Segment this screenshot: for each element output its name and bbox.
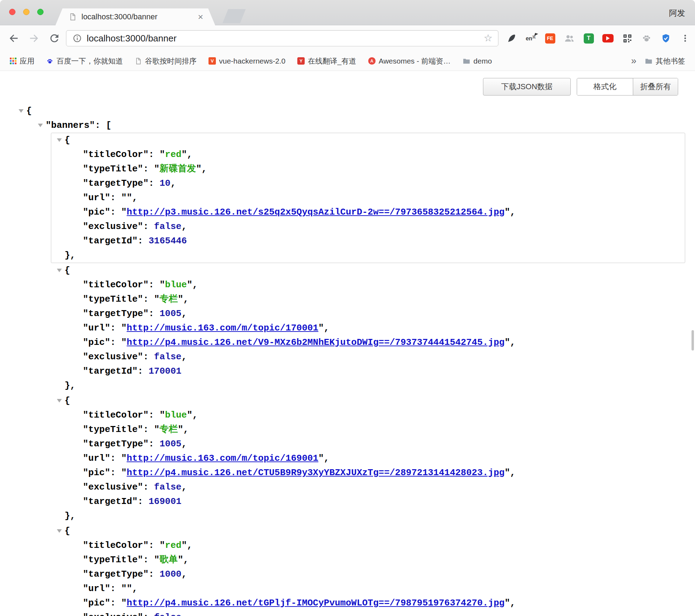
bookmark-vue-hackernews[interactable]: V vue-hackernews-2.0 (208, 57, 285, 65)
profile-name[interactable]: 阿发 (669, 8, 685, 19)
bookmarks-bar: 应用 百度一下，你就知道 谷歌按时间排序 V vue-hackernews-2.… (0, 51, 695, 71)
json-number-value: 1005 (159, 308, 181, 319)
collapse-triangle-icon[interactable] (57, 529, 62, 533)
back-button[interactable] (8, 32, 20, 44)
apps-grid-icon (10, 58, 16, 64)
quill-extension-icon[interactable] (506, 33, 517, 44)
json-key: "targetId" (83, 236, 138, 246)
window-minimize-button[interactable] (23, 9, 29, 15)
json-punctuation: : (110, 192, 121, 203)
json-link-value[interactable]: http://p4.music.126.net/V9-MXz6b2MNhEKju… (127, 337, 505, 348)
tab-strip: localhost:3000/banner × 阿发 (0, 0, 695, 25)
new-tab-button[interactable] (223, 9, 246, 23)
json-punctuation: ", (187, 280, 198, 290)
json-string-value: red (165, 540, 181, 551)
json-punctuation: " (121, 453, 127, 464)
json-punctuation: : (148, 439, 159, 449)
page-info-icon[interactable] (73, 34, 82, 43)
collapse-triangle-icon[interactable] (57, 399, 62, 402)
json-link-value[interactable]: http://music.163.com/m/topic/169001 (127, 453, 318, 464)
json-key: "exclusive" (83, 352, 143, 362)
browser-tab[interactable]: localhost:3000/banner × (55, 8, 215, 25)
pen-icon (534, 33, 538, 37)
json-key: "targetId" (83, 366, 138, 376)
bookmark-apps[interactable]: 应用 (10, 56, 34, 66)
json-punctuation: " (159, 410, 165, 420)
forward-button[interactable] (28, 32, 40, 44)
window-maximize-button[interactable] (37, 9, 44, 15)
json-link-value[interactable]: http://p4.music.126.net/CTU5B9R9y3XyYBZX… (127, 467, 505, 478)
json-number-value: false (154, 482, 181, 492)
json-line: "targetId": 170001 (51, 364, 685, 379)
json-punctuation: : (148, 149, 159, 160)
other-bookmarks-folder[interactable]: 其他书签 (645, 56, 685, 66)
json-key: "typeTitle" (83, 294, 143, 304)
collapse-all-button[interactable]: 折叠所有 (633, 78, 678, 95)
json-key: "targetType" (83, 569, 148, 579)
json-line: "url": "http://music.163.com/m/topic/170… (51, 321, 685, 335)
json-key: "typeTitle" (83, 424, 143, 435)
json-line: { (51, 524, 685, 538)
json-line: "titleColor": "red", (51, 148, 685, 162)
json-line: { (14, 104, 685, 118)
scrollbar-thumb[interactable] (691, 330, 694, 350)
collapse-triangle-icon[interactable] (57, 269, 62, 272)
json-number-value: 169001 (148, 496, 181, 507)
bookmark-youdao[interactable]: Y 在线翻译_有道 (297, 56, 356, 66)
json-link-value[interactable]: http://p3.music.126.net/s25q2x5QyqsAzilC… (127, 207, 505, 217)
folder-icon (645, 57, 653, 65)
people-extension-icon[interactable] (564, 33, 575, 44)
json-line: "typeTitle": "新碟首发", (51, 162, 685, 176)
youtube-extension-icon[interactable] (602, 33, 614, 44)
json-punctuation: { (65, 135, 70, 145)
json-punctuation: ", (181, 540, 192, 551)
bookmark-star-icon[interactable]: ☆ (484, 33, 492, 43)
fe-extension-icon[interactable]: FE (544, 33, 556, 44)
json-punctuation: { (65, 526, 70, 536)
dictionary-extension-icon[interactable]: en英 (525, 33, 536, 44)
bookmark-baidu[interactable]: 百度一下，你就知道 (46, 56, 123, 66)
play-icon (606, 36, 610, 40)
bookmark-awesomes[interactable]: A Awesomes - 前端资… (368, 56, 451, 66)
download-json-button[interactable]: 下载JSON数据 (483, 78, 571, 96)
json-string-value: blue (165, 410, 187, 420)
qr-code-extension-icon[interactable] (622, 33, 633, 44)
json-line: "exclusive": false, (51, 219, 685, 234)
address-bar[interactable]: localhost:3000/banner ☆ (66, 30, 498, 46)
json-link-value[interactable]: http://p4.music.126.net/tGPljf-IMOCyPvum… (127, 598, 505, 608)
json-punctuation: : (148, 540, 159, 551)
shield-extension-icon[interactable] (660, 33, 671, 44)
reload-button[interactable] (48, 32, 60, 44)
json-line: "titleColor": "red", (51, 538, 685, 553)
json-line: "exclusive": false, (51, 610, 685, 616)
green-extension-icon[interactable]: T (583, 33, 594, 44)
json-key: "titleColor" (83, 410, 148, 420)
json-line: "banners": [ (14, 118, 685, 133)
json-punctuation: : (148, 178, 159, 189)
json-key: "pic" (83, 207, 110, 217)
json-link-value[interactable]: http://music.163.com/m/topic/170001 (127, 323, 318, 333)
json-number-value: 1005 (159, 439, 181, 449)
bookmarks-overflow-chevron[interactable]: » (631, 56, 636, 66)
window-close-button[interactable] (9, 9, 15, 15)
bookmark-label: vue-hackernews-2.0 (219, 57, 285, 65)
browser-menu-button[interactable] (680, 33, 691, 44)
json-punctuation: ", (504, 467, 515, 478)
bookmark-google-sort[interactable]: 谷歌按时间排序 (135, 56, 197, 66)
json-line: "targetId": 169001 (51, 494, 685, 509)
bookmark-demo-folder[interactable]: demo (463, 57, 492, 65)
green-icon-label: T (584, 33, 594, 44)
collapse-triangle-icon[interactable] (38, 124, 43, 127)
page-content: 下载JSON数据 格式化 折叠所有 {"banners": [{"titleCo… (0, 71, 695, 616)
json-punctuation: ", (504, 598, 515, 608)
collapse-triangle-icon[interactable] (57, 138, 62, 142)
collapse-triangle-icon[interactable] (19, 109, 24, 113)
json-punctuation: ", (178, 555, 188, 565)
format-button[interactable]: 格式化 (577, 78, 633, 95)
json-key: "typeTitle" (83, 555, 143, 565)
tab-close-icon[interactable]: × (198, 12, 203, 21)
json-key: "url" (83, 583, 110, 594)
json-number-value: 170001 (148, 366, 181, 376)
browser-window: localhost:3000/banner × 阿发 localhost:300… (0, 0, 695, 616)
paw-extension-icon[interactable] (641, 33, 652, 44)
